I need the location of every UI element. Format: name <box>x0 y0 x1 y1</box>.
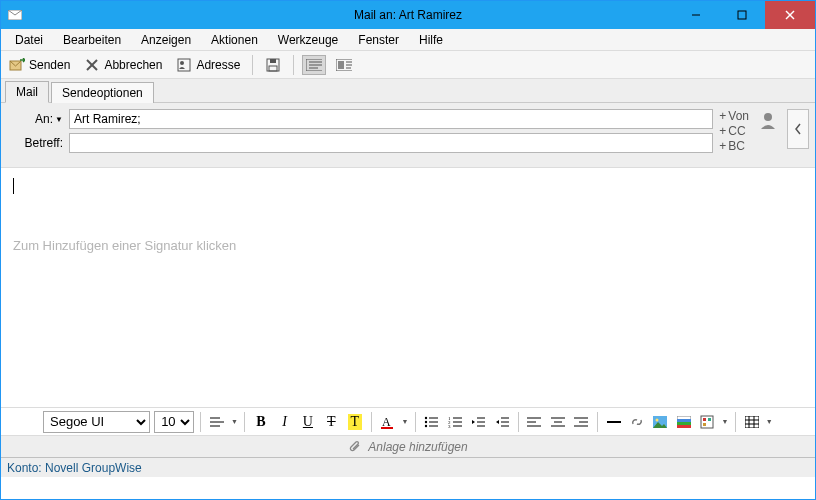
chevron-left-icon <box>794 123 802 135</box>
table-button[interactable] <box>742 412 761 432</box>
plus-icon: + <box>719 109 726 124</box>
hr-button[interactable] <box>604 412 623 432</box>
svg-point-28 <box>425 416 427 418</box>
to-field[interactable] <box>69 109 713 129</box>
menu-anzeigen[interactable]: Anzeigen <box>131 31 201 49</box>
svg-rect-64 <box>708 418 711 421</box>
header-fields: An:▼ Betreff: +Von +CC +BC <box>1 103 815 167</box>
size-select[interactable]: 10 <box>154 411 194 433</box>
menu-aktionen[interactable]: Aktionen <box>201 31 268 49</box>
statusbar: Konto: Novell GroupWise <box>1 457 815 477</box>
separator <box>371 412 372 432</box>
chevron-down-icon[interactable]: ▼ <box>55 115 63 124</box>
tab-mail[interactable]: Mail <box>5 81 49 103</box>
menu-hilfe[interactable]: Hilfe <box>409 31 453 49</box>
separator <box>200 412 201 432</box>
paragraph-style-button[interactable] <box>207 412 226 432</box>
send-button[interactable]: Senden <box>5 55 74 75</box>
font-color-button[interactable]: A <box>378 412 397 432</box>
close-button[interactable] <box>765 1 815 29</box>
align-center-button[interactable] <box>548 412 567 432</box>
contact-picker-button[interactable] <box>757 109 779 131</box>
symbol-dropdown[interactable]: ▼ <box>721 412 729 432</box>
outdent-button[interactable] <box>469 412 488 432</box>
message-body[interactable]: Zum Hinzufügen einer Signatur klicken <box>1 167 815 407</box>
format-toolbar: Segoe UI 10 ▼ B I U T T A ▼ 123 ▼ ▼ <box>1 407 815 435</box>
svg-rect-61 <box>677 419 691 422</box>
font-color-dropdown[interactable]: ▼ <box>401 412 409 432</box>
plus-icon: + <box>719 124 726 139</box>
separator <box>415 412 416 432</box>
attachment-bar[interactable]: Anlage hinzufügen <box>1 435 815 457</box>
signature-placeholder[interactable]: Zum Hinzufügen einer Signatur klicken <box>13 238 803 253</box>
address-icon <box>176 57 192 73</box>
svg-rect-65 <box>703 423 706 426</box>
paragraph-dropdown[interactable]: ▼ <box>231 412 239 432</box>
svg-point-9 <box>180 61 184 65</box>
tab-sendoptions[interactable]: Sendeoptionen <box>51 82 154 103</box>
image-button[interactable] <box>651 412 670 432</box>
cancel-button[interactable]: Abbrechen <box>80 55 166 75</box>
bold-button[interactable]: B <box>251 412 270 432</box>
italic-button[interactable]: I <box>275 412 294 432</box>
add-von-button[interactable]: +Von <box>719 109 749 124</box>
svg-rect-66 <box>745 416 759 428</box>
collapse-header-button[interactable] <box>787 109 809 149</box>
bullet-list-button[interactable] <box>422 412 441 432</box>
svg-rect-2 <box>738 11 746 19</box>
to-label: An:▼ <box>7 112 69 126</box>
menu-fenster[interactable]: Fenster <box>348 31 409 49</box>
separator <box>518 412 519 432</box>
toolbar-separator <box>252 55 253 75</box>
window-title: Mail an: Art Ramirez <box>354 8 462 22</box>
subject-label: Betreff: <box>7 136 69 150</box>
align-left-button[interactable] <box>525 412 544 432</box>
person-icon <box>759 111 777 129</box>
svg-rect-12 <box>269 66 277 71</box>
svg-rect-27 <box>381 427 393 429</box>
save-icon <box>265 57 281 73</box>
indent-button[interactable] <box>492 412 511 432</box>
subject-field[interactable] <box>69 133 713 153</box>
strike-button[interactable]: T <box>322 412 341 432</box>
font-select[interactable]: Segoe UI <box>43 411 150 433</box>
svg-rect-59 <box>677 425 691 428</box>
svg-rect-8 <box>178 59 190 71</box>
link-button[interactable] <box>627 412 646 432</box>
svg-rect-60 <box>677 422 691 425</box>
account-label: Konto: Novell GroupWise <box>7 461 142 475</box>
address-button[interactable]: Adresse <box>172 55 244 75</box>
menubar: Datei Bearbeiten Anzeigen Aktionen Werkz… <box>1 29 815 51</box>
tabbar: Mail Sendeoptionen <box>1 79 815 103</box>
symbol-button[interactable] <box>698 412 717 432</box>
menu-werkzeuge[interactable]: Werkzeuge <box>268 31 348 49</box>
separator <box>597 412 598 432</box>
add-cc-button[interactable]: +CC <box>719 124 749 139</box>
svg-point-29 <box>425 420 427 422</box>
minimize-button[interactable] <box>673 1 719 29</box>
highlight-button[interactable]: T <box>345 412 364 432</box>
maximize-button[interactable] <box>719 1 765 29</box>
view-plain-button[interactable] <box>332 55 356 75</box>
svg-text:A: A <box>382 415 391 429</box>
cancel-icon <box>84 57 100 73</box>
menu-bearbeiten[interactable]: Bearbeiten <box>53 31 131 49</box>
number-list-button[interactable]: 123 <box>445 412 464 432</box>
svg-point-57 <box>656 418 659 421</box>
table-dropdown[interactable]: ▼ <box>765 412 773 432</box>
bgcolor-button[interactable] <box>674 412 693 432</box>
underline-button[interactable]: U <box>298 412 317 432</box>
svg-rect-11 <box>270 59 276 63</box>
send-label: Senden <box>29 58 70 72</box>
add-bc-button[interactable]: +BC <box>719 139 749 154</box>
view-plain-icon <box>336 57 352 73</box>
view-html-icon <box>306 57 322 73</box>
save-button[interactable] <box>261 55 285 75</box>
menu-datei[interactable]: Datei <box>5 31 53 49</box>
titlebar: Mail an: Art Ramirez <box>1 1 815 29</box>
address-label: Adresse <box>196 58 240 72</box>
svg-rect-62 <box>701 416 713 428</box>
toolbar: Senden Abbrechen Adresse <box>1 51 815 79</box>
view-html-button[interactable] <box>302 55 326 75</box>
align-right-button[interactable] <box>571 412 590 432</box>
